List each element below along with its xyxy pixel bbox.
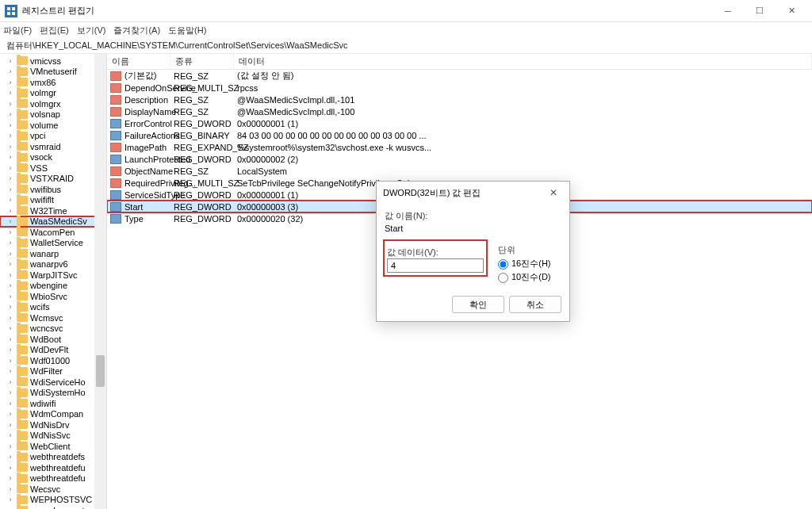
tree-item[interactable]: ›volsnap (0, 109, 106, 121)
value-row[interactable]: ImagePathREG_EXPAND_SZ%systemroot%\syste… (107, 141, 812, 153)
value-row[interactable]: DisplayNameREG_SZ@WaaSMedicSvcImpl.dll,-… (107, 105, 812, 117)
menu-edit[interactable]: 편집(E) (40, 25, 69, 36)
expand-icon[interactable]: › (6, 388, 14, 396)
tree-item[interactable]: ›WdFilter (0, 366, 106, 377)
tree-item[interactable]: ›webthreatdefu (0, 473, 106, 484)
radio-hex[interactable]: 16진수(H) (498, 258, 561, 270)
tree-item[interactable]: ›WdiSystemHo (0, 388, 106, 399)
expand-icon[interactable]: › (6, 67, 14, 75)
tree-item[interactable]: ›vmx86 (0, 77, 106, 88)
expand-icon[interactable]: › (6, 186, 14, 193)
tree-item[interactable]: ›wbengine (0, 281, 106, 292)
expand-icon[interactable]: › (6, 239, 14, 247)
cancel-button[interactable]: 취소 (509, 296, 561, 313)
tree-item[interactable]: ›WdBoot (0, 334, 106, 345)
tree-item[interactable]: ›Wcmsvc (0, 312, 106, 323)
expand-icon[interactable]: › (6, 410, 14, 418)
tree-item[interactable]: ›volmgr (0, 88, 106, 99)
maximize-button[interactable]: ☐ (744, 2, 776, 21)
expand-icon[interactable]: › (6, 260, 14, 268)
value-row[interactable]: ErrorControlREG_DWORD0x00000001 (1) (107, 117, 812, 129)
tree-item[interactable]: ›volume (0, 120, 106, 131)
tree-sidebar[interactable]: ›vmicvss›VMnetuserif›vmx86›volmgr›volmgr… (0, 54, 107, 509)
tree-item[interactable]: ›W32Time (0, 205, 106, 216)
value-row[interactable]: LaunchProtectedREG_DWORD0x00000002 (2) (107, 153, 812, 165)
col-data[interactable]: 데이터 (234, 54, 812, 69)
expand-icon[interactable]: › (6, 217, 14, 225)
expand-icon[interactable]: › (6, 453, 14, 461)
expand-icon[interactable]: › (6, 153, 14, 161)
expand-icon[interactable]: › (6, 367, 14, 375)
tree-item[interactable]: ›VSS (0, 163, 106, 174)
tree-item[interactable]: ›vsock (0, 152, 106, 163)
expand-icon[interactable]: › (6, 196, 14, 204)
minimize-button[interactable]: ─ (712, 2, 744, 21)
tree-item[interactable]: ›WdiServiceHo (0, 377, 106, 388)
tree-item[interactable]: ›Wdf01000 (0, 355, 106, 366)
expand-icon[interactable]: › (6, 228, 14, 236)
scrollbar-thumb[interactable] (96, 355, 105, 387)
expand-icon[interactable]: › (6, 400, 14, 408)
expand-icon[interactable]: › (6, 110, 14, 118)
sidebar-scrollbar[interactable] (94, 54, 106, 509)
tree-item[interactable]: ›WdNisDrv (0, 419, 106, 431)
tree-item[interactable]: ›vsmraid (0, 141, 106, 152)
expand-icon[interactable]: › (6, 431, 14, 439)
expand-icon[interactable]: › (6, 271, 14, 279)
expand-icon[interactable]: › (6, 143, 14, 151)
close-button[interactable]: ✕ (776, 2, 807, 21)
expand-icon[interactable]: › (6, 314, 14, 322)
expand-icon[interactable]: › (6, 121, 14, 129)
value-row[interactable]: ObjectNameREG_SZLocalSystem (107, 165, 812, 177)
tree-item[interactable]: ›wercplsupport (0, 505, 106, 509)
expand-icon[interactable]: › (6, 485, 14, 493)
tree-item[interactable]: ›wanarp (0, 248, 106, 259)
expand-icon[interactable]: › (6, 132, 14, 140)
tree-item[interactable]: ›wanarpv6 (0, 259, 106, 270)
tree-item[interactable]: ›WdNisSvc (0, 431, 106, 442)
address-bar[interactable]: 컴퓨터\HKEY_LOCAL_MACHINE\SYSTEM\CurrentCon… (0, 38, 812, 54)
expand-icon[interactable]: › (6, 421, 14, 429)
expand-icon[interactable]: › (6, 57, 14, 65)
tree-item[interactable]: ›WdmCompan (0, 409, 106, 420)
dialog-close-icon[interactable]: ✕ (544, 187, 563, 198)
tree-item[interactable]: ›WaaSMedicSv (0, 216, 106, 228)
tree-item[interactable]: ›vmicvss (0, 55, 106, 67)
value-row[interactable]: DependOnServiceREG_MULTI_SZrpcss (107, 82, 812, 94)
tree-item[interactable]: ›vwififlt (0, 195, 106, 206)
expand-icon[interactable]: › (6, 164, 14, 172)
expand-icon[interactable]: › (6, 78, 14, 86)
tree-item[interactable]: ›VSTXRAID (0, 174, 106, 185)
tree-item[interactable]: ›WacomPen (0, 227, 106, 238)
expand-icon[interactable]: › (6, 324, 14, 332)
tree-item[interactable]: ›vpci (0, 131, 106, 142)
expand-icon[interactable]: › (6, 207, 14, 215)
expand-icon[interactable]: › (6, 293, 14, 300)
expand-icon[interactable]: › (6, 303, 14, 311)
tree-item[interactable]: ›WalletService (0, 238, 106, 249)
col-name[interactable]: 이름 (107, 54, 170, 69)
menu-help[interactable]: 도움말(H) (168, 25, 206, 36)
tree-item[interactable]: ›WarpJITSvc (0, 270, 106, 281)
tree-item[interactable]: ›WEPHOSTSVC (0, 495, 106, 506)
expand-icon[interactable]: › (6, 474, 14, 482)
value-row[interactable]: FailureActionsREG_BINARY84 03 00 00 00 0… (107, 129, 812, 141)
tree-item[interactable]: ›webthreatdefu (0, 462, 106, 473)
menu-view[interactable]: 보기(V) (77, 25, 106, 36)
tree-item[interactable]: ›wcncsvc (0, 323, 106, 335)
expand-icon[interactable]: › (6, 335, 14, 343)
menu-fav[interactable]: 즐겨찾기(A) (113, 25, 160, 36)
ok-button[interactable]: 확인 (452, 296, 504, 313)
expand-icon[interactable]: › (6, 89, 14, 97)
radio-dec[interactable]: 10진수(D) (498, 271, 561, 283)
expand-icon[interactable]: › (6, 496, 14, 503)
value-row[interactable]: (기본값)REG_SZ(값 설정 안 됨) (107, 70, 812, 82)
tree-item[interactable]: ›volmgrx (0, 98, 106, 109)
expand-icon[interactable]: › (6, 250, 14, 258)
tree-item[interactable]: ›WebClient (0, 441, 106, 452)
expand-icon[interactable]: › (6, 100, 14, 108)
expand-icon[interactable]: › (6, 378, 14, 386)
tree-item[interactable]: ›wdiwifi (0, 398, 106, 409)
value-row[interactable]: DescriptionREG_SZ@WaaSMedicSvcImpl.dll,-… (107, 94, 812, 105)
tree-item[interactable]: ›vwifibus (0, 184, 106, 195)
